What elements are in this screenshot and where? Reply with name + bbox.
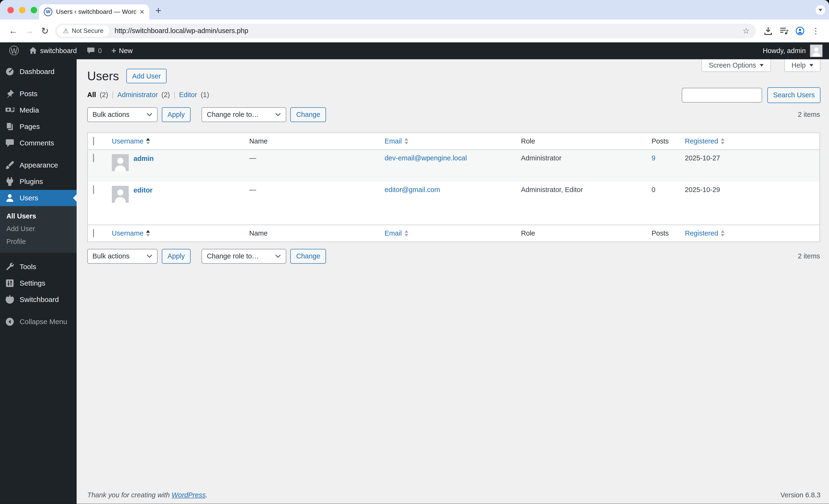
change-role-value: Change role to… xyxy=(207,252,259,260)
change-role-select[interactable]: Change role to… xyxy=(202,249,286,264)
row-checkbox[interactable] xyxy=(93,154,94,162)
filter-all[interactable]: All xyxy=(87,91,96,99)
address-bar[interactable]: ⚠ Not Secure http://switchboard.local/wp… xyxy=(55,24,756,38)
not-secure-badge[interactable]: ⚠ Not Secure xyxy=(57,25,109,37)
filter-count: (1) xyxy=(201,91,209,99)
bulk-actions-select[interactable]: Bulk actions xyxy=(87,107,158,122)
column-label: Username xyxy=(112,229,143,237)
wp-logo-menu[interactable]: Ⓦ xyxy=(4,42,24,59)
comments-menu[interactable]: 0 xyxy=(82,42,107,59)
select-chevron-icon xyxy=(147,113,152,117)
table-spacer xyxy=(87,213,820,225)
menu-separator xyxy=(0,151,77,157)
downloads-button[interactable] xyxy=(760,23,776,39)
sort-email-header[interactable]: Email xyxy=(385,137,408,145)
url-text[interactable]: http://switchboard.local/wp-admin/users.… xyxy=(115,27,737,35)
media-controls-button[interactable] xyxy=(776,23,792,39)
apply-button[interactable]: Apply xyxy=(162,107,190,122)
user-avatar xyxy=(112,186,129,203)
sort-arrows-icon xyxy=(404,138,408,144)
row-checkbox[interactable] xyxy=(93,185,94,194)
sort-arrows-icon xyxy=(146,138,150,144)
pushpin-icon xyxy=(5,89,15,99)
submenu-label: Profile xyxy=(6,238,26,246)
sidebar-item-users[interactable]: Users xyxy=(0,190,77,206)
sort-username-header[interactable]: Username xyxy=(112,229,150,237)
menu-separator xyxy=(0,80,77,85)
submenu-item-add-user[interactable]: Add User xyxy=(0,222,77,235)
change-button[interactable]: Change xyxy=(290,107,326,122)
collapse-menu-button[interactable]: Collapse Menu xyxy=(0,313,77,330)
select-all-checkbox[interactable] xyxy=(93,137,94,145)
sidebar-item-pages[interactable]: Pages xyxy=(0,118,77,135)
sidebar-item-label: Dashboard xyxy=(20,68,55,76)
forward-button[interactable]: → xyxy=(21,23,37,39)
sidebar-item-settings[interactable]: Settings xyxy=(0,275,77,291)
profile-button[interactable] xyxy=(792,23,808,39)
sidebar-item-tools[interactable]: Tools xyxy=(0,258,77,275)
column-label: Role xyxy=(521,137,535,145)
select-all-checkbox[interactable] xyxy=(93,229,94,238)
apply-button[interactable]: Apply xyxy=(162,249,190,264)
sidebar-item-media[interactable]: Media xyxy=(0,102,77,118)
admin-menu: Dashboard Posts Media Pages Comments xyxy=(0,59,77,504)
sidebar-item-posts[interactable]: Posts xyxy=(0,86,77,102)
sort-arrows-icon xyxy=(721,138,725,144)
new-tab-button[interactable]: + xyxy=(155,6,161,16)
username-link[interactable]: editor xyxy=(134,186,152,194)
browser-window: W Users ‹ switchboard — WordP × + ← → ↻ … xyxy=(0,0,829,504)
username-link[interactable]: admin xyxy=(134,154,154,163)
tab-search-button[interactable] xyxy=(816,5,825,15)
add-user-button[interactable]: Add User xyxy=(127,69,167,83)
sidebar-item-switchboard[interactable]: Switchboard xyxy=(0,291,77,308)
minimize-window-button[interactable] xyxy=(19,7,26,13)
user-email-link[interactable]: dev-email@wpengine.local xyxy=(385,154,467,162)
change-button[interactable]: Change xyxy=(290,249,326,264)
menu-separator xyxy=(0,253,77,258)
filter-administrator[interactable]: Administrator xyxy=(117,91,158,99)
help-button[interactable]: Help xyxy=(784,59,821,72)
bulk-actions-select[interactable]: Bulk actions xyxy=(87,249,158,264)
users-icon xyxy=(5,193,15,203)
sidebar-item-dashboard[interactable]: Dashboard xyxy=(0,64,77,80)
zoom-window-button[interactable] xyxy=(31,7,37,13)
submenu-item-all-users[interactable]: All Users xyxy=(0,210,77,222)
search-users-input[interactable] xyxy=(682,88,762,103)
items-count: 2 items xyxy=(798,252,820,260)
reload-button[interactable]: ↻ xyxy=(37,23,53,39)
back-button[interactable]: ← xyxy=(5,23,21,39)
user-posts-link[interactable]: 9 xyxy=(651,154,655,162)
submenu-item-profile[interactable]: Profile xyxy=(0,235,77,248)
wordpress-link[interactable]: WordPress xyxy=(172,491,206,499)
new-content-menu[interactable]: + New xyxy=(107,42,138,59)
screen-options-button[interactable]: Screen Options xyxy=(701,59,771,72)
site-name-menu[interactable]: switchboard xyxy=(24,42,82,59)
user-email-link[interactable]: editor@gmail.com xyxy=(385,186,440,193)
column-label: Username xyxy=(112,137,143,145)
sort-registered-header[interactable]: Registered xyxy=(685,137,725,145)
search-users-button[interactable]: Search Users xyxy=(767,87,821,103)
sidebar-item-comments[interactable]: Comments xyxy=(0,135,77,151)
sort-email-header[interactable]: Email xyxy=(385,229,408,237)
tab-close-icon[interactable]: × xyxy=(140,8,144,16)
sort-registered-header[interactable]: Registered xyxy=(685,229,725,237)
user-row-editor: editor — editor@gmail.com Administrator,… xyxy=(87,182,820,213)
sidebar-item-label: Posts xyxy=(20,90,37,98)
change-role-select[interactable]: Change role to… xyxy=(202,107,286,122)
column-label: Role xyxy=(521,229,535,237)
sidebar-item-appearance[interactable]: Appearance xyxy=(0,157,77,174)
profile-avatar-icon xyxy=(795,26,805,36)
account-menu[interactable]: Howdy, admin xyxy=(763,44,825,57)
sort-username-header[interactable]: Username xyxy=(112,137,150,145)
bookmark-star-icon[interactable]: ☆ xyxy=(743,27,750,35)
user-name: — xyxy=(244,182,379,213)
close-window-button[interactable] xyxy=(7,7,14,13)
browser-toolbar: ← → ↻ ⚠ Not Secure http://switchboard.lo… xyxy=(0,20,829,42)
sidebar-item-plugins[interactable]: Plugins xyxy=(0,174,77,190)
home-icon xyxy=(29,46,38,55)
browser-menu-button[interactable]: ⋮ xyxy=(808,23,824,39)
filter-editor[interactable]: Editor xyxy=(179,91,197,99)
comment-count: 0 xyxy=(98,47,102,55)
browser-tab[interactable]: W Users ‹ switchboard — WordP × xyxy=(39,4,149,20)
caret-down-icon xyxy=(760,64,764,67)
